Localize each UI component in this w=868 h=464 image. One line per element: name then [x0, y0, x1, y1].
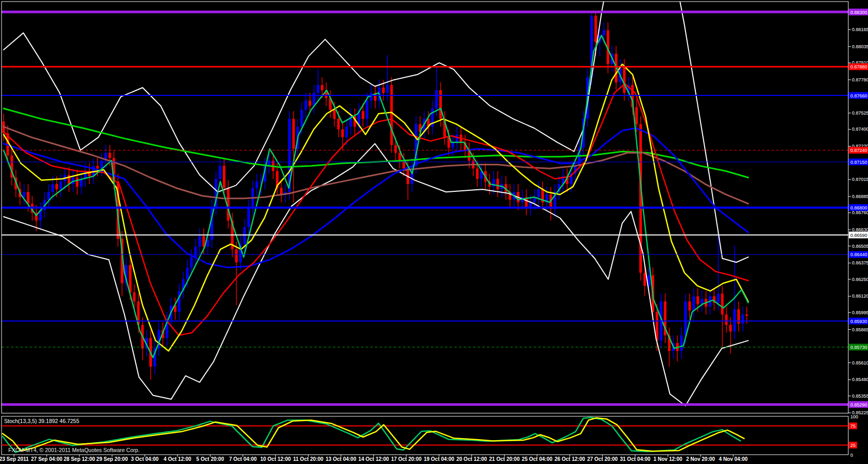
candle-body — [47, 192, 50, 200]
candle-body — [129, 265, 132, 292]
time-label: 28 Sep 12:00 — [64, 456, 95, 462]
candle-body — [623, 67, 626, 93]
time-label: 3 Oct 04:00 — [131, 456, 159, 462]
candle-body — [496, 179, 499, 189]
candle-body — [345, 126, 348, 137]
candle-body — [76, 178, 78, 187]
time-axis[interactable]: 23 Sep 201127 Sep 04:0028 Sep 12:0029 Se… — [0, 455, 748, 462]
time-label: 11 Oct 20:00 — [293, 456, 324, 462]
candle-body — [689, 301, 691, 311]
candle-body — [696, 296, 699, 304]
time-label: 21 Oct 20:00 — [489, 456, 520, 462]
price-line-label: 0.86590 — [850, 233, 867, 238]
time-label: 29 Sep 20:00 — [96, 456, 128, 462]
candle-body — [55, 184, 58, 189]
chart-canvas[interactable]: 0.881650.880350.879100.877800.875250.874… — [0, 0, 868, 464]
candle-body — [435, 90, 438, 108]
candle-body — [725, 315, 727, 325]
candle-body — [313, 93, 315, 106]
candle-body — [300, 110, 303, 127]
candle-body — [537, 189, 540, 197]
candle-body — [603, 30, 605, 35]
mt4-chart-window: 0.881650.880350.879100.877800.875250.874… — [0, 0, 868, 464]
candle-body — [186, 268, 189, 279]
candle-body — [304, 101, 307, 110]
candle-body — [635, 107, 638, 124]
time-label: 26 Oct 12:00 — [554, 456, 585, 462]
candle-body — [317, 85, 319, 93]
price-line-label: 0.87150 — [850, 160, 867, 165]
candle-body — [96, 166, 99, 168]
candle-body — [366, 101, 368, 119]
price-tick-label: 0.87400 — [852, 126, 868, 132]
candle-body — [684, 301, 687, 335]
candle-body — [190, 257, 193, 268]
candle-body — [395, 145, 397, 153]
time-label: 27 Sep 04:00 — [31, 456, 63, 462]
candle-body — [680, 335, 683, 351]
candle-body — [692, 296, 695, 311]
candle-body — [223, 166, 226, 188]
time-label: 5 Oct 20:00 — [197, 456, 225, 462]
candle-body — [256, 181, 258, 188]
candle-body — [108, 153, 111, 158]
time-label: 31 Oct 04:00 — [620, 456, 650, 462]
price-tick-label: 0.85480 — [852, 377, 868, 382]
candle-body — [733, 310, 736, 332]
candle-body — [386, 85, 389, 93]
time-label: 27 Oct 20:00 — [587, 456, 618, 462]
price-tick-label: 0.85610 — [852, 360, 868, 365]
time-label: 2 Nov 20:00 — [686, 456, 715, 462]
candle-body — [247, 207, 250, 227]
price-tick-label: 0.86120 — [852, 293, 868, 299]
price-tick-label: 0.88035 — [852, 44, 868, 49]
candle-body — [370, 93, 372, 101]
stoch-level-label: 75 — [850, 424, 856, 429]
candle-body — [309, 101, 311, 106]
price-tick-label: 0.85865 — [852, 327, 868, 332]
candle-body — [206, 240, 209, 247]
time-label: 20 Oct 12:00 — [456, 456, 487, 462]
candle-body — [452, 143, 454, 148]
time-label: 23 Sep 2011 — [0, 456, 29, 462]
candle-body — [341, 129, 344, 137]
time-label: 19 Oct 04:00 — [424, 456, 454, 462]
stoch-level-label: 100 — [850, 414, 858, 419]
price-line-label: 0.88300 — [850, 10, 867, 15]
candle-body — [439, 90, 442, 119]
candle-body — [741, 315, 744, 324]
candle-body — [476, 168, 479, 179]
copyright-text: FXCM-MT4, © 2001-2011 MetaQuotes Softwar… — [8, 447, 139, 453]
candle-body — [729, 325, 732, 332]
candle-body — [292, 119, 295, 149]
candle-body — [280, 188, 283, 195]
candle-body — [382, 88, 385, 93]
candle-body — [235, 249, 237, 262]
price-tick-label: 0.86760 — [852, 210, 868, 215]
candle-body — [51, 184, 54, 192]
time-label: 13 Oct 04:00 — [326, 456, 356, 462]
candle-body — [27, 192, 30, 204]
time-label: 17 Oct 20:00 — [391, 456, 422, 462]
candle-body — [194, 247, 197, 257]
price-tick-label: 0.87015 — [852, 177, 868, 182]
price-line-label: 0.85290 — [850, 402, 867, 407]
price-line-label: 0.86440 — [850, 252, 867, 257]
time-label: 10 Oct 12:00 — [260, 456, 291, 462]
candle-body — [321, 85, 324, 90]
candle-body — [337, 119, 340, 129]
price-line-label: 0.87880 — [850, 64, 867, 69]
price-line-label: 0.86800 — [850, 205, 867, 210]
time-label: 25 Oct 04:00 — [522, 456, 552, 462]
candle-body — [701, 299, 703, 304]
candle-body — [219, 166, 221, 179]
price-tick-label: 0.86250 — [852, 277, 868, 282]
candle-body — [133, 292, 136, 302]
price-line-label: 0.85730 — [850, 345, 867, 350]
candle-body — [243, 227, 246, 244]
candle-body — [594, 16, 597, 42]
price-line-label: 0.85930 — [850, 319, 867, 324]
price-tick-label: 0.86630 — [852, 227, 868, 232]
time-label: 7 Oct 04:00 — [229, 456, 257, 462]
price-tick-label: 0.87525 — [852, 110, 868, 116]
